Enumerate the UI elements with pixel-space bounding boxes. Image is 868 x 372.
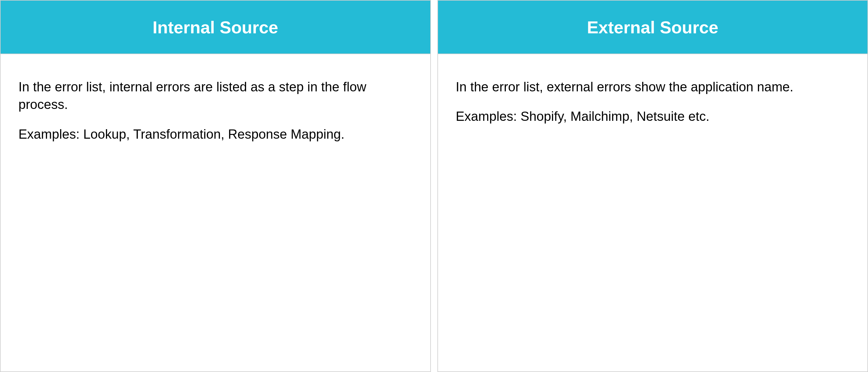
column-external-source: External Source In the error list, exter… (437, 0, 868, 372)
header-text: External Source (587, 17, 718, 37)
body-external-source: In the error list, external errors show … (438, 54, 868, 371)
header-internal-source: Internal Source (1, 1, 430, 54)
description-text: In the error list, internal errors are l… (19, 78, 412, 113)
examples-text: Examples: Shopify, Mailchimp, Netsuite e… (456, 107, 850, 125)
body-internal-source: In the error list, internal errors are l… (1, 54, 430, 371)
comparison-table: Internal Source In the error list, inter… (0, 0, 868, 372)
header-text: Internal Source (153, 17, 278, 37)
description-text: In the error list, external errors show … (456, 78, 850, 96)
examples-text: Examples: Lookup, Transformation, Respon… (19, 125, 412, 143)
column-internal-source: Internal Source In the error list, inter… (0, 0, 431, 372)
header-external-source: External Source (438, 1, 868, 54)
